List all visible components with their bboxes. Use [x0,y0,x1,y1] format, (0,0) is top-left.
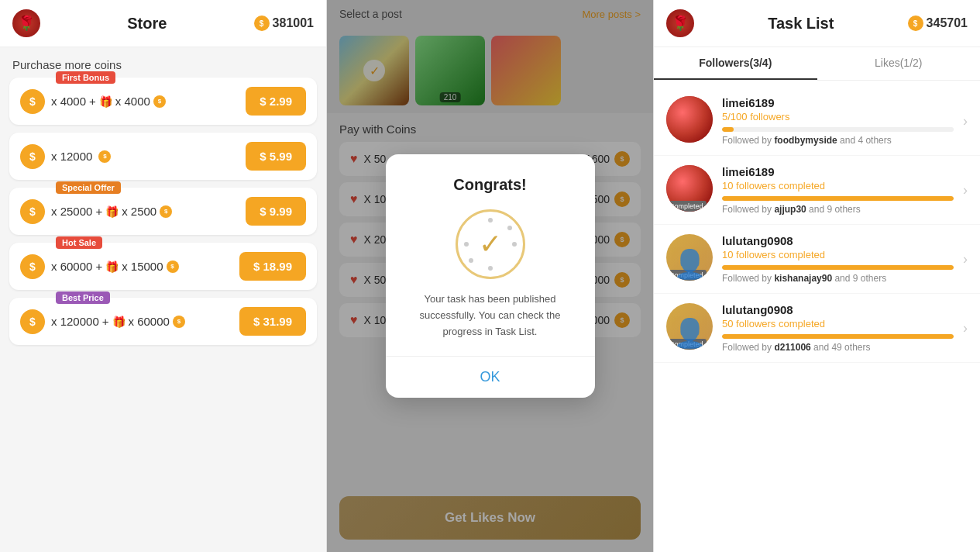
store-logo-icon [12,9,40,37]
progress-bar-bg-3 [722,265,954,270]
tab-followers[interactable]: Followers(3/4) [654,47,817,80]
task-username-1: limei6189 [722,96,954,109]
task-progress-text-4: 50 followers completed [722,318,954,329]
special-offer-badge: Special Offer [56,181,121,194]
progress-bar-bg-1 [722,127,954,132]
task-item-4[interactable]: Completed lulutang0908 50 followers comp… [654,294,980,363]
gift-icon-5: 🎁 [112,316,126,328]
task-followers-text-4: Followed by d211006 and 49 others [722,342,954,353]
task-info-4: lulutang0908 50 followers completed Foll… [722,303,954,353]
store-item-5[interactable]: Best Price $ x 120000 + 🎁 x 60000 $ $ 31… [9,298,317,345]
item-coins-1: x 4000 [51,95,86,108]
progress-bar-bg-4 [722,334,954,339]
item-main-coins-2: x 12000 $ [51,150,111,163]
task-item-3[interactable]: Completed lulutang0908 10 followers comp… [654,225,980,294]
task-item-1[interactable]: limei6189 5/100 followers Followed by fo… [654,87,980,156]
price-btn-1[interactable]: $ 2.99 [246,87,306,116]
task-info-1: limei6189 5/100 followers Followed by fo… [722,96,954,146]
price-btn-3[interactable]: $ 9.99 [246,197,306,226]
progress-bar-fill-3 [722,265,954,270]
task-tabs: Followers(3/4) Likes(1/2) [654,47,980,81]
progress-bar-fill-2 [722,196,954,201]
task-avatar-2: Completed [666,165,713,212]
dot-right [512,242,517,247]
modal-ok-button[interactable]: OK [404,357,576,398]
task-username-4: lulutang0908 [722,303,954,316]
item-desc-5: x 120000 + 🎁 x 60000 $ [51,315,185,328]
price-btn-5[interactable]: $ 31.99 [239,307,306,336]
dollar-icon-2: $ [20,144,45,169]
item-left-3: $ x 25000 + 🎁 x 2500 $ [20,199,172,224]
modal-message: Your task has been published successfull… [404,292,576,340]
congrats-modal: Congrats! ✓ Your task has been published… [386,154,595,397]
plus-1: + [89,95,96,108]
modal-title: Congrats! [453,176,526,194]
item-desc-2: x 12000 $ [51,150,111,163]
gift-icon-3: 🎁 [105,205,119,218]
task-arrow-icon-4: › [963,320,968,336]
rose-icon-1 [666,96,713,143]
task-info-2: limei6189 10 followers completed Followe… [722,165,954,215]
store-item-2[interactable]: $ x 12000 $ $ 5.99 [9,133,317,180]
coin-icon: $ [254,16,270,31]
item-left-5: $ x 120000 + 🎁 x 60000 $ [20,309,185,334]
task-avatar-3: Completed [666,234,713,281]
task-logo-icon [666,9,694,37]
task-followers-text-1: Followed by foodbymyside and 4 others [722,135,954,146]
task-header: Task List $ 345701 [654,0,980,47]
plus-4: + [95,260,102,273]
item-coins-3: x 25000 [51,205,92,218]
item-coins-5: x 120000 [51,315,99,328]
store-item-1[interactable]: First Bonus $ x 4000 + 🎁 x 4000 $ $ 2.99 [9,78,317,125]
task-highlight-2: ajjup30 [774,204,806,215]
hot-sale-badge: Hot Sale [56,236,102,249]
dot-tr [507,226,512,230]
store-balance: $ 381001 [254,16,314,31]
item-main-coins-4: x 60000 + 🎁 x 15000 $ [51,260,179,273]
modal-overlay[interactable]: Congrats! ✓ Your task has been published… [327,0,653,552]
task-item-2[interactable]: Completed limei6189 10 followers complet… [654,156,980,225]
item-bonus-3: x 2500 [122,205,156,218]
progress-bar-fill-4 [722,334,954,339]
store-item-3[interactable]: Special Offer $ x 25000 + 🎁 x 2500 $ $ 9… [9,188,317,235]
item-bonus-4: x 15000 [122,260,163,273]
task-progress-text-2: 10 followers completed [722,180,954,191]
item-bonus-1: x 4000 [115,95,150,108]
modal-check-icon: ✓ [479,228,502,260]
task-avatar-1 [666,96,713,143]
item-left-2: $ x 12000 $ [20,144,111,169]
modal-check-circle: ✓ [456,209,525,279]
coin-small-2: $ [98,150,111,163]
purchase-label: Purchase more coins [0,47,326,78]
price-btn-2[interactable]: $ 5.99 [246,142,306,171]
completed-badge-2: Completed [666,201,707,212]
dollar-icon-3: $ [20,199,45,224]
task-coin-icon: $ [908,16,923,31]
progress-bar-fill-1 [722,127,734,132]
coin-small-5: $ [173,316,185,328]
coin-small-4: $ [167,260,179,273]
task-followers-text-2: Followed by ajjup30 and 9 others [722,204,954,215]
store-header: Store $ 381001 [0,0,326,47]
task-highlight-1: foodbymyside [774,135,837,146]
task-username-3: lulutang0908 [722,234,954,247]
task-title: Task List [768,15,834,33]
coin-small-1: $ [153,95,166,108]
dot-left [464,242,469,247]
completed-badge-3: Completed [666,270,707,281]
store-items-list: First Bonus $ x 4000 + 🎁 x 4000 $ $ 2.99 [0,78,326,552]
price-btn-4[interactable]: $ 18.99 [239,252,306,281]
dot-top [488,218,493,223]
task-balance: $ 345701 [908,16,968,31]
middle-panel: Select a post More posts > ✓ 210 Pay wit… [327,0,654,552]
item-coins-4: x 60000 [51,260,92,273]
task-followers-text-3: Followed by kishanajay90 and 9 others [722,273,954,284]
item-coins-2: x 12000 [51,150,92,163]
item-desc-1: x 4000 + 🎁 x 4000 $ [51,95,166,108]
store-item-4[interactable]: Hot Sale $ x 60000 + 🎁 x 15000 $ $ 18.99 [9,243,317,290]
plus-3: + [95,205,102,218]
store-title: Store [127,15,167,33]
tab-likes[interactable]: Likes(1/2) [817,47,981,80]
task-highlight-3: kishanajay90 [774,273,832,284]
task-avatar-4: Completed [666,303,713,350]
